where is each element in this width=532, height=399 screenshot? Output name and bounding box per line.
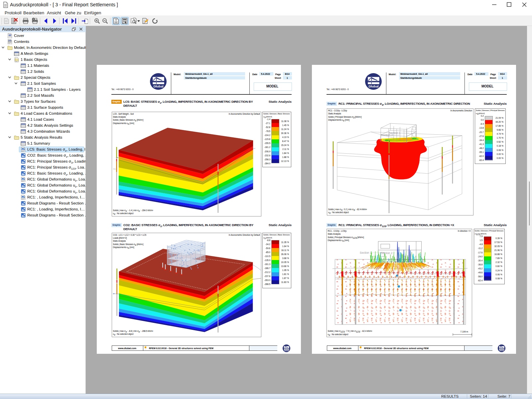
svg-text:Dlubal: Dlubal	[153, 84, 163, 88]
svg-text:Dlubal: Dlubal	[368, 84, 378, 88]
svg-text:Section 2: Section 2	[381, 251, 393, 255]
svg-text:Section 1: Section 1	[360, 251, 372, 254]
svg-text:Dlubal: Dlubal	[499, 350, 504, 351]
svg-text:Section 2: Section 2	[381, 133, 393, 137]
svg-text:7.199 m: 7.199 m	[460, 331, 468, 333]
svg-text:Dlubal: Dlubal	[284, 350, 289, 351]
